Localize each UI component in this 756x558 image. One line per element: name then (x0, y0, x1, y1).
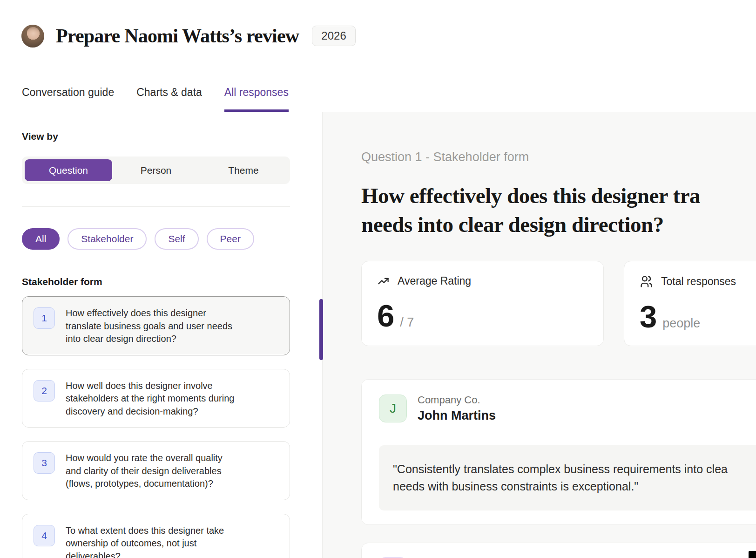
question-item-1[interactable]: 1 How effectively does this designer tra… (22, 296, 290, 355)
view-mode-theme[interactable]: Theme (200, 159, 287, 181)
filter-all[interactable]: All (22, 228, 60, 250)
tab-bar: Conversation guide Charts & data All res… (0, 73, 756, 112)
average-rating-scale: / 7 (400, 315, 414, 330)
tab-label: All responses (224, 86, 289, 99)
stat-label: Total responses (661, 275, 736, 288)
main-panel: Question 1 - Stakeholder form How effect… (323, 112, 756, 558)
question-title: How effectively does this designer tra n… (361, 181, 756, 239)
average-rating-card: Average Rating 6 / 7 (361, 261, 604, 346)
sidebar-scrollbar-thumb[interactable] (319, 299, 323, 360)
stats-row: Average Rating 6 / 7 (361, 261, 756, 346)
response-quote: "Consistently translates complex busines… (379, 445, 756, 510)
tab-label: Charts & data (136, 86, 202, 99)
responder-company: Company Co. (418, 394, 496, 407)
question-text: How effectively does this designer trans… (66, 306, 232, 346)
view-mode-person[interactable]: Person (112, 159, 200, 181)
view-mode-segmented-control: Question Person Theme (22, 157, 290, 184)
form-filter-pills: All Stakeholder Self Peer (22, 228, 290, 250)
total-responses-value: 3 (640, 300, 657, 333)
total-responses-card: Total responses 3 people (624, 261, 756, 346)
question-item-3[interactable]: 3 How would you rate the overall quality… (22, 441, 290, 500)
responder-avatar: J (379, 395, 407, 422)
view-mode-question[interactable]: Question (25, 159, 112, 181)
filter-self[interactable]: Self (155, 228, 198, 250)
question-item-4[interactable]: 4 To what extent does this designer take… (22, 514, 290, 558)
filter-peer[interactable]: Peer (207, 228, 254, 250)
question-text: To what extent does this designer take o… (66, 524, 224, 558)
trending-up-icon (377, 275, 390, 287)
response-card-1: J Company Co. John Martins "Consistently… (361, 379, 756, 525)
question-number-badge: 2 (34, 380, 55, 401)
question-text: How well does this designer involve stak… (66, 379, 234, 418)
question-number-badge: 4 (34, 525, 55, 546)
sidebar: View by Question Person Theme All Stakeh… (0, 112, 323, 558)
tab-charts-data[interactable]: Charts & data (136, 73, 202, 112)
tab-conversation-guide[interactable]: Conversation guide (22, 73, 114, 112)
tab-label: Conversation guide (22, 86, 114, 99)
tab-all-responses[interactable]: All responses (224, 73, 289, 112)
question-context-label: Question 1 - Stakeholder form (361, 150, 756, 164)
question-item-2[interactable]: 2 How well does this designer involve st… (22, 369, 290, 428)
average-rating-value: 6 (377, 299, 394, 332)
question-text: How would you rate the overall quality a… (66, 451, 223, 490)
responder-name: John Martins (418, 408, 496, 423)
question-list: 1 How effectively does this designer tra… (22, 296, 290, 558)
year-badge: 2026 (312, 26, 355, 46)
response-card-2: S Company Co. (361, 543, 756, 558)
header: Prepare Naomi Watts’s review 2026 (0, 0, 756, 72)
stat-label: Average Rating (398, 275, 471, 287)
bottom-right-corner-widget[interactable] (749, 551, 756, 558)
view-by-label: View by (22, 131, 290, 142)
sidebar-divider (22, 206, 290, 207)
users-icon (640, 275, 653, 288)
filter-stakeholder[interactable]: Stakeholder (68, 228, 147, 250)
app-window: Prepare Naomi Watts’s review 2026 Conver… (0, 0, 756, 558)
question-number-badge: 1 (34, 307, 55, 329)
question-number-badge: 3 (34, 452, 55, 474)
page-title: Prepare Naomi Watts’s review (56, 25, 299, 47)
stakeholder-form-section-label: Stakeholder form (22, 276, 290, 287)
reviewee-avatar (21, 25, 44, 48)
total-responses-unit: people (662, 316, 700, 331)
